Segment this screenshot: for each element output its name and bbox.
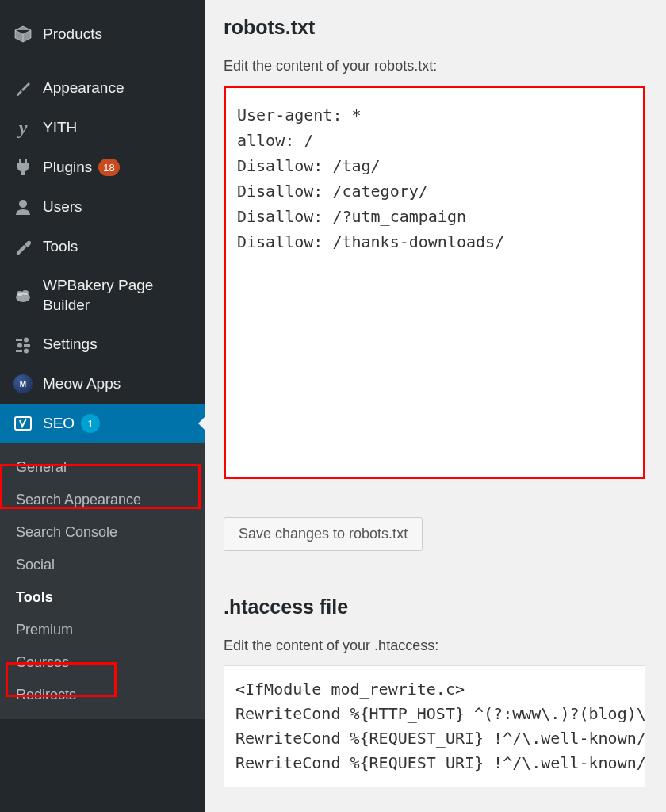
sidebar-item-label: Plugins (43, 159, 92, 176)
wpbakery-icon (11, 285, 35, 306)
sidebar-item-appearance[interactable]: Appearance (0, 68, 205, 108)
sidebar-item-label: Appearance (43, 79, 124, 97)
svg-rect-9 (16, 350, 22, 352)
appearance-icon (11, 78, 35, 98)
sidebar-item-meow[interactable]: M Meow Apps (0, 364, 205, 404)
sidebar-item-products[interactable]: Products (0, 14, 205, 54)
submenu-premium[interactable]: Premium (0, 614, 205, 646)
admin-sidebar: WooCommerce Products Appearance y YITH P… (0, 0, 205, 812)
sidebar-item-users[interactable]: Users (0, 187, 205, 227)
htaccess-textarea[interactable]: <IfModule mod_rewrite.c> RewriteCond %{H… (224, 665, 645, 787)
sidebar-item-tools[interactable]: Tools (0, 227, 205, 266)
svg-point-4 (22, 290, 29, 295)
htaccess-desc: Edit the content of your .htaccess: (224, 638, 650, 654)
sidebar-item-seo[interactable]: SEO 1 (0, 404, 205, 443)
seo-badge: 1 (81, 414, 100, 433)
seo-submenu: General Search Appearance Search Console… (0, 443, 205, 719)
submenu-courses[interactable]: Courses (0, 646, 205, 679)
robots-desc: Edit the content of your robots.txt: (224, 58, 650, 75)
svg-rect-5 (16, 339, 22, 341)
svg-point-10 (24, 349, 29, 354)
products-icon (11, 24, 35, 44)
submenu-search-console[interactable]: Search Console (0, 516, 205, 549)
sidebar-item-label: YITH (43, 119, 77, 136)
submenu-search-appearance[interactable]: Search Appearance (0, 484, 205, 516)
save-robots-button[interactable]: Save changes to robots.txt (224, 517, 423, 551)
submenu-general[interactable]: General (0, 451, 205, 484)
svg-point-1 (19, 200, 27, 208)
sidebar-item-label: SEO (43, 415, 75, 432)
plugins-badge: 18 (98, 159, 119, 176)
sidebar-item-label: WPBakery Page Builder (43, 276, 195, 315)
meow-icon: M (11, 373, 35, 394)
plugins-icon (11, 157, 35, 178)
sidebar-item-label: Users (43, 198, 82, 216)
settings-icon (11, 334, 35, 354)
submenu-social[interactable]: Social (0, 549, 205, 581)
yoast-icon (11, 413, 35, 434)
sidebar-item-label: Meow Apps (43, 375, 121, 393)
robots-title: robots.txt (224, 16, 650, 39)
sidebar-item-label: WooCommerce (43, 0, 147, 3)
sidebar-item-wpbakery[interactable]: WPBakery Page Builder (0, 266, 205, 324)
sidebar-item-woocommerce[interactable]: WooCommerce (0, 0, 205, 14)
sidebar-item-yith[interactable]: y YITH (0, 108, 205, 147)
yith-icon: y (11, 117, 35, 138)
htaccess-title: .htaccess file (224, 596, 650, 619)
submenu-tools[interactable]: Tools (0, 581, 205, 614)
woocommerce-icon (11, 0, 35, 5)
submenu-redirects[interactable]: Redirects (0, 679, 205, 711)
robots-textarea[interactable]: User-agent: * allow: / Disallow: /tag/ D… (224, 86, 645, 479)
svg-point-8 (17, 343, 22, 348)
svg-point-6 (24, 338, 29, 343)
sidebar-item-settings[interactable]: Settings (0, 324, 205, 364)
sidebar-item-label: Tools (43, 238, 78, 255)
main-content: robots.txt Edit the content of your robo… (205, 0, 666, 812)
sidebar-item-plugins[interactable]: Plugins 18 (0, 147, 205, 187)
svg-rect-7 (24, 344, 30, 347)
svg-point-3 (17, 291, 23, 296)
active-indicator-icon (198, 416, 205, 431)
sidebar-item-label: Settings (43, 335, 98, 353)
tools-icon (11, 236, 35, 257)
sidebar-item-label: Products (43, 25, 102, 43)
users-icon (11, 197, 35, 217)
